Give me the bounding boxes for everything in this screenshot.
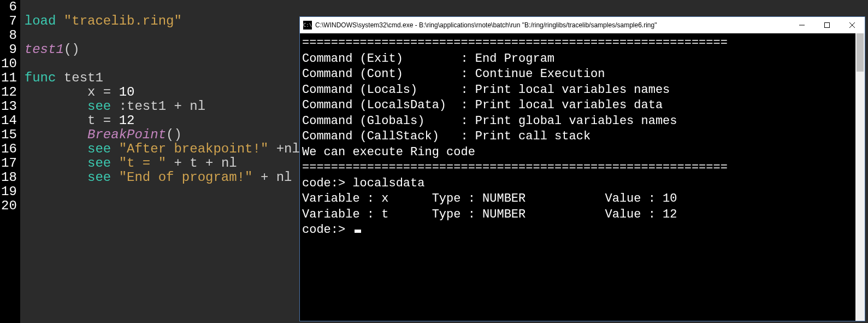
terminal-scrollbar[interactable] [855, 33, 865, 321]
line-number: 11 [1, 71, 17, 85]
terminal-line: Variable : t Type : NUMBER Value : 12 [302, 207, 855, 223]
terminal-line: ========================================… [302, 160, 855, 176]
line-number: 7 [1, 14, 17, 28]
close-button[interactable] [840, 17, 865, 33]
line-number: 20 [1, 199, 17, 213]
terminal-line: Command (Exit) : End Program [302, 51, 855, 67]
terminal-line: Command (Globals) : Print global variabl… [302, 114, 855, 130]
line-number: 17 [1, 156, 17, 171]
terminal-line: Command (LocalsData) : Print local varia… [302, 98, 855, 114]
line-number: 19 [1, 185, 17, 199]
cmd-icon: C:\ [303, 21, 312, 30]
line-number: 16 [1, 142, 17, 156]
terminal-line: Command (Cont) : Continue Execution [302, 67, 855, 83]
maximize-button[interactable] [814, 17, 840, 33]
line-number-gutter: 67891011121314151617181920 [0, 0, 20, 323]
line-number: 12 [1, 85, 17, 99]
minimize-button[interactable] [789, 17, 814, 33]
line-number: 9 [1, 43, 17, 57]
line-number: 6 [1, 0, 17, 14]
line-number: 13 [1, 99, 17, 114]
terminal-line: Variable : x Type : NUMBER Value : 10 [302, 191, 855, 207]
line-number: 14 [1, 114, 17, 128]
svg-rect-1 [825, 23, 830, 28]
line-number: 8 [1, 28, 17, 43]
terminal-output[interactable]: ========================================… [300, 33, 855, 321]
terminal-line: code:> localsdata [302, 176, 855, 192]
terminal-line: Command (Locals) : Print local variables… [302, 83, 855, 98]
terminal-titlebar[interactable]: C:\ C:\WINDOWS\system32\cmd.exe - B:\rin… [300, 17, 865, 33]
terminal-line: code:> [302, 222, 855, 238]
code-line[interactable] [25, 0, 868, 14]
line-number: 10 [1, 57, 17, 71]
terminal-line: ========================================… [302, 36, 855, 51]
line-number: 18 [1, 171, 17, 185]
line-number: 15 [1, 128, 17, 142]
terminal-title: C:\WINDOWS\system32\cmd.exe - B:\ring\ap… [315, 21, 657, 29]
terminal-line: We can execute Ring code [302, 145, 855, 161]
terminal-cursor [355, 230, 361, 233]
terminal-line: Command (CallStack) : Print call stack [302, 129, 855, 145]
terminal-scrollbar-thumb[interactable] [857, 33, 864, 72]
terminal-window: C:\ C:\WINDOWS\system32\cmd.exe - B:\rin… [299, 16, 865, 321]
